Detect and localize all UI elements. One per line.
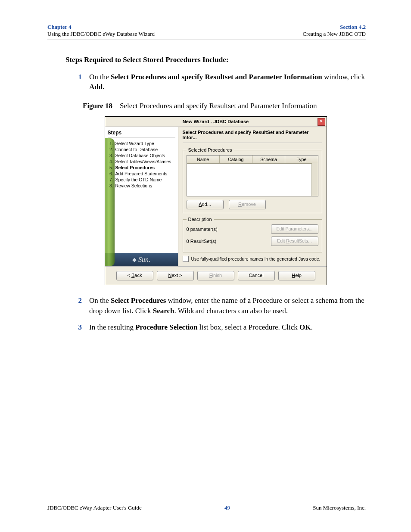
dialog-button-bar: < Back Next > Finish Cancel Help [105,266,327,285]
section-subtitle: Creating a New JDBC OTD [302,31,366,37]
chapter-label: Chapter 4 [47,24,155,31]
wizard-step-item: 7.Specify the OTD Name [108,177,175,183]
chapter-subtitle: Using the JDBC/ODBC eWay Database Wizard [47,31,155,37]
col-name[interactable]: Name [187,156,220,163]
footer-left: JDBC/ODBC eWay Adapter User's Guide [47,504,142,511]
wizard-step-item: 6.Add Prepared Statements [108,171,175,177]
footer-right: Sun Microsystems, Inc. [313,504,366,511]
step-3: 3 In the resulting Procedure Selection l… [65,322,366,333]
edit-resultsets-button[interactable]: Edit ResultSets... [271,236,318,246]
fully-qualified-checkbox[interactable] [183,256,189,262]
description-group: Description 0 parameter(s) Edit Paramete… [183,217,322,252]
col-type[interactable]: Type [285,156,318,163]
sun-diamond-icon: ◆ [132,256,137,263]
step-number: 2 [65,296,89,316]
col-catalog[interactable]: Catalog [220,156,252,163]
titlebar: New Wizard - JDBC Database × [105,117,327,127]
dialog-title: New Wizard - JDBC Database [183,119,249,124]
step-2: 2 On the Select Procedures window, enter… [65,296,366,316]
steps-heading: Steps Required to Select Stored Procedur… [65,56,366,64]
edit-parameters-button[interactable]: Edit Parameters... [271,224,318,234]
wizard-main-panel: Select Procedures and specify ResultSet … [178,127,327,266]
page-number: 49 [224,504,230,511]
table-header: Name Catalog Schema Type [187,156,318,164]
figure-label: Figure 18 [83,102,112,110]
wizard-step-item: 2.Connect to Database [108,147,175,152]
figure-title: Select Procedures and specify Resultset … [120,102,317,110]
wizard-step-item: 8.Review Selections [108,183,175,189]
wizard-main-title: Select Procedures and specify ResultSet … [183,130,322,143]
add-button[interactable]: Add... [187,200,224,209]
resultset-count: 0 ResultSet(s) [187,239,217,244]
steps-panel: Steps 1.Select Wizard Type2.Connect to D… [105,127,178,266]
page-footer: JDBC/ODBC eWay Adapter User's Guide 49 S… [47,504,366,511]
step-text: On the Select Procedures and specify Res… [89,72,366,93]
scrollbar[interactable] [311,163,318,196]
sun-brand-text: Sun. [138,256,150,264]
step-number: 3 [65,322,89,333]
page-header: Chapter 4 Using the JDBC/ODBC eWay Datab… [47,24,366,40]
wizard-step-item: 4.Select Tables/Views/Aliases [108,159,175,165]
next-button[interactable]: Next > [157,271,194,280]
wizard-steps-list: 1.Select Wizard Type2.Connect to Databas… [108,141,175,189]
sun-logo: ◆ Sun. [105,253,178,266]
wizard-step-item: 5.Select Procedures [108,165,175,171]
wizard-step-item: 1.Select Wizard Type [108,141,175,146]
finish-button[interactable]: Finish [197,271,234,280]
selected-procedures-legend: Selected Procedures [187,147,234,152]
figure-caption: Figure 18 Select Procedures and specify … [65,102,366,110]
description-legend: Description [187,217,214,222]
cancel-button[interactable]: Cancel [238,271,275,280]
selected-procedures-group: Selected Procedures Name Catalog Schema … [183,147,322,213]
fully-qualified-label: Use fully-qualified procedure names in t… [191,256,321,261]
back-button[interactable]: < Back [116,271,153,280]
parameter-count: 0 parameter(s) [187,227,218,232]
step-number: 1 [65,72,89,93]
procedures-table[interactable]: Name Catalog Schema Type [187,155,318,196]
remove-button[interactable]: Remove [229,200,266,209]
step-text: In the resulting Procedure Selection lis… [89,322,366,333]
step-text: On the Select Procedures window, enter t… [89,296,366,316]
steps-panel-title: Steps [108,130,175,137]
col-schema[interactable]: Schema [252,156,285,163]
step-1: 1 On the Select Procedures and specify R… [65,72,366,93]
wizard-dialog: New Wizard - JDBC Database × Steps 1.Sel… [105,116,327,285]
wizard-step-item: 3.Select Database Objects [108,153,175,159]
section-label: Section 4.2 [302,24,366,31]
close-icon[interactable]: × [318,118,325,126]
help-button[interactable]: Help [278,271,315,280]
